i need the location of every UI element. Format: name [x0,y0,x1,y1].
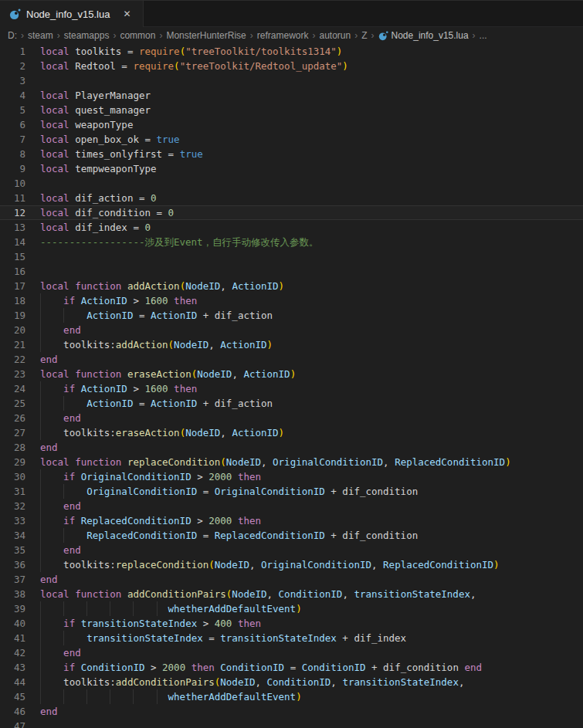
code-token: toolkits [40,427,110,438]
code-line[interactable]: 11local dif_action = 0 [0,191,583,205]
code-line[interactable]: 37end [0,572,583,587]
code-token: whetherAddDefaultEvent [40,691,296,703]
code-line[interactable]: 15 [0,249,583,264]
code-token: 0 [144,222,151,233]
breadcrumb-item[interactable]: steam [27,30,54,41]
code-line[interactable]: 29local function replaceCondition(NodeID… [0,455,583,469]
indent-guide [63,528,64,543]
code-token: eraseAction [116,427,180,438]
line-number: 13 [0,220,25,235]
code-line[interactable]: 44 toolkits:addConditionPairs(NodeID, Co… [0,675,583,689]
code-line[interactable]: 6local weaponType [0,117,583,132]
code-token: ActionID [151,398,197,409]
chevron-right-icon: › [469,30,479,41]
code-line[interactable]: 5local quest_manager [0,103,583,117]
code-line[interactable]: 8local times_onlyfirst = true [0,147,583,161]
code-editor[interactable]: 1local toolkits = require("treeToolkit/t… [0,44,583,728]
line-number: 16 [0,264,25,279]
code-token: 2000 [208,471,232,483]
line-number: 33 [0,513,25,528]
line-number: 11 [0,191,25,205]
code-line-content: local times_onlyfirst = true [40,147,583,161]
code-token: addConditionPairs [127,588,226,600]
code-line[interactable]: 3 [0,73,583,88]
code-line[interactable]: 13local dif_index = 0 [0,220,583,235]
code-line[interactable]: 23local function eraseAction(NodeID, Act… [0,367,583,381]
code-token: = [121,46,139,57]
code-token: = [284,662,302,673]
code-line[interactable]: 36 toolkits:replaceCondition(NodeID, Ori… [0,557,583,572]
code-line[interactable]: 7local open_box_ok = true [0,132,583,147]
code-line[interactable]: 46end [0,704,583,719]
code-token: 1600 [144,295,168,306]
code-line[interactable]: 4local PlayerManager [0,88,583,103]
code-line[interactable]: 14------------------涉及到Event，自行手动修改传入参数。 [0,235,583,249]
code-token: local [40,104,75,116]
breadcrumb-item[interactable]: MonsterHunterRise [165,30,246,41]
breadcrumb-item[interactable]: reframework [256,30,310,41]
breadcrumb-symbol-ellipsis[interactable]: ... [479,30,488,41]
breadcrumb-item[interactable]: autorun [318,30,351,41]
code-line[interactable]: 16 [0,264,583,279]
breadcrumb-item[interactable]: steamapps [63,30,110,41]
code-line[interactable]: 1local toolkits = require("treeToolkit/t… [0,44,583,59]
indent-guide [133,689,134,704]
close-icon[interactable]: ✕ [123,8,130,19]
breadcrumb-item[interactable]: D: [7,30,18,41]
code-token: = [197,486,215,497]
code-line[interactable]: 45 whetherAddDefaultEvent) [0,689,583,704]
code-token: , [371,559,383,571]
code-line[interactable]: 31 OriginalConditionID = OriginalConditi… [0,484,583,499]
code-line[interactable]: 12local dif_condition = 0 [0,205,583,220]
code-line[interactable]: 21 toolkits:addAction(NodeID, ActionID) [0,337,583,352]
code-line[interactable]: 22end [0,352,583,367]
code-line[interactable]: 41 transitionStateIndex = transitionStat… [0,631,583,645]
line-number: 6 [0,117,25,132]
code-line[interactable]: 39 whetherAddDefaultEvent) [0,601,583,616]
code-line[interactable]: 17local function addAction(NodeID, Actio… [0,279,583,293]
code-token: dif_condition [383,662,459,673]
code-token: OriginalConditionID [81,471,192,483]
code-line[interactable]: 24 if ActionID > 1600 then [0,381,583,396]
code-line[interactable]: 32 end [0,499,583,513]
code-token: ActionID [243,368,290,380]
code-token: , [261,456,273,468]
tab-node-info-v15[interactable]: Node_info_v15.lua ✕ [0,1,144,27]
code-line[interactable]: 28end [0,440,583,455]
code-line[interactable]: 20 end [0,323,583,337]
code-token: ConditionID [81,662,145,673]
breadcrumb-item[interactable]: Z [361,30,368,41]
code-line-content: local dif_action = 0 [40,191,583,205]
code-token: > [127,383,145,394]
code-line[interactable]: 27 toolkits:eraseAction(NodeID, ActionID… [0,425,583,440]
code-line[interactable]: 9local tempweaponType [0,161,583,176]
code-line-content: end [40,411,583,425]
code-line[interactable]: 35 end [0,543,583,557]
code-token: if [40,471,81,483]
code-line[interactable]: 25 ActionID = ActionID + dif_action [0,396,583,411]
code-line[interactable]: 40 if transitionStateIndex > 400 then [0,616,583,631]
code-line[interactable]: 30 if OriginalConditionID > 2000 then [0,469,583,484]
code-token: end [40,442,58,453]
code-line[interactable]: 10 [0,176,583,191]
code-line-content [40,264,583,279]
code-token: transitionStateIndex [220,632,337,644]
code-line[interactable]: 38local function addConditionPairs(NodeI… [0,587,583,601]
code-line[interactable]: 43 if ConditionID > 2000 then ConditionI… [0,660,583,675]
breadcrumb-item[interactable]: common [119,30,156,41]
code-line[interactable]: 2local Redtool = require("treeToolkit/Re… [0,59,583,73]
tab-bar: Node_info_v15.lua ✕ [0,0,583,27]
code-line[interactable]: 19 ActionID = ActionID + dif_action [0,308,583,323]
indent-guide [63,689,64,704]
code-line[interactable]: 33 if ReplacedConditionID > 2000 then [0,513,583,528]
code-line[interactable]: 42 end [0,645,583,660]
code-line[interactable]: 18 if ActionID > 1600 then [0,293,583,308]
code-token: dif_action [215,398,273,409]
code-line[interactable]: 34 ReplacedConditionID = ReplacedConditi… [0,528,583,543]
code-line[interactable]: 47 [0,719,583,728]
breadcrumb-item-file[interactable]: Node_info_v15.lua [378,30,469,41]
chevron-right-icon: › [110,30,119,41]
code-token: ( [220,456,226,468]
code-line[interactable]: 26 end [0,411,583,425]
line-number: 34 [0,528,25,543]
